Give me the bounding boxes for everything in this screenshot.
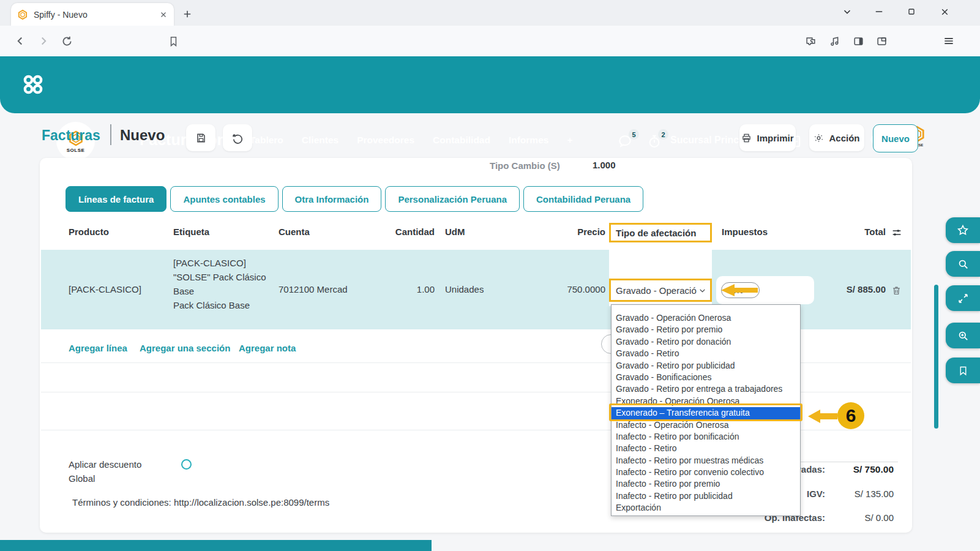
annotation-arrow-tag [721,283,765,298]
timer-button[interactable]: 2 [646,133,662,149]
print-button[interactable]: Imprimir [739,124,796,151]
undo-icon [231,132,244,144]
dropdown-option[interactable]: Inafecto - Retiro por premio [612,478,800,490]
cell-precio[interactable]: 750.0000 [556,284,605,294]
favorite-fab-button[interactable] [946,217,980,243]
dropdown-option[interactable]: Inafecto - Retiro por convenio colectivo [612,467,800,478]
col-header-precio[interactable]: Precio [563,227,605,237]
dropdown-option[interactable]: Gravado - Retiro por entrega a trabajado… [612,383,800,395]
tab-close-icon[interactable] [159,10,168,19]
chat-badge: 5 [629,129,639,140]
exchange-rate-value[interactable]: 1.000 [593,160,616,170]
afectacion-dropdown: Gravado - Operación OnerosaGravado - Ret… [611,304,801,516]
action-button[interactable]: Acción [809,124,864,151]
dropdown-option[interactable]: Exportación [612,502,800,514]
add-line-link[interactable]: Agregar línea [69,343,127,353]
star-icon [957,224,969,236]
sidebar-panel-icon[interactable] [848,31,868,51]
nav-item-2[interactable]: Proveedores [357,135,414,146]
expand-arrows-icon [957,293,969,304]
expand-fab-button[interactable] [946,285,980,311]
form-tab-1[interactable]: Apuntes contables [170,186,278,212]
bookmark-flag-icon[interactable] [163,31,184,51]
dropdown-option[interactable]: Gravado - Retiro por publicidad [612,360,800,372]
delete-line-trash-icon[interactable] [889,283,903,298]
total-value: S/ 750.00 [834,464,894,475]
cell-udm[interactable]: Unidades [445,284,484,294]
add-note-link[interactable]: Agregar nota [239,343,296,353]
dropdown-option[interactable]: Exonerado - Operación Onerosa [612,395,800,407]
caret-down-icon [698,287,706,294]
site-favicon-hexagon-icon [17,9,28,20]
bookmark-fab-button[interactable] [946,358,980,383]
browser-toolbar: localizacion.solse.pe/web#menu_id=435&ac… [0,26,980,56]
form-tab-3[interactable]: Personalización Peruana [385,186,520,212]
window-close-icon[interactable] [931,2,958,21]
form-tab-0[interactable]: Líneas de factura [65,186,166,212]
media-music-icon[interactable] [825,31,844,51]
new-tab-button[interactable] [179,6,196,23]
col-header-producto[interactable]: Producto [69,227,109,237]
browser-menu-icon[interactable] [939,31,959,51]
search-fab-button[interactable] [946,251,980,277]
breadcrumb[interactable]: Facturas [42,127,100,144]
wallet-icon[interactable] [872,31,891,51]
apps-grid-icon[interactable] [20,70,47,99]
add-section-link[interactable]: Agregar una sección [140,343,230,353]
col-header-total[interactable]: Total [843,227,886,237]
new-record-button[interactable]: Nuevo [873,124,918,152]
cell-cuenta[interactable]: 7012100 Mercad [279,284,348,294]
dropdown-option[interactable]: Gravado - Retiro por premio [612,324,800,335]
discard-undo-button[interactable] [223,124,252,151]
discount-label-line1: Aplicar descuento [69,459,141,470]
save-button[interactable] [186,124,215,151]
dropdown-option[interactable]: Inafecto - Operación Onerosa [612,419,800,431]
record-name: Nuevo [120,127,165,144]
dropdown-option[interactable]: Gravado - Bonificaciones [612,372,800,383]
dropdown-option[interactable]: Gravado - Operación Onerosa [612,312,800,324]
dropdown-option[interactable]: Inafecto - Retiro [612,443,800,454]
discount-toggle-radio[interactable] [181,459,192,470]
form-tab-4[interactable]: Contabilidad Peruana [523,186,643,212]
cell-cantidad[interactable]: 1.00 [392,284,435,294]
window-minimize-icon[interactable] [866,2,892,21]
save-floppy-icon [195,132,207,144]
cell-producto[interactable]: [PACK-CLASICO] [69,284,141,294]
browser-tab-strip: Spiffy - Nuevo [0,0,980,26]
reload-icon[interactable] [56,31,77,51]
action-label: Acción [829,133,859,143]
col-header-udm[interactable]: UdM [445,227,465,237]
dropdown-option[interactable]: Inafecto - Retiro por bonificación [612,431,800,443]
column-settings-icon[interactable] [889,225,904,240]
window-chevron-icon[interactable] [834,2,861,21]
window-maximize-icon[interactable] [898,2,925,21]
back-icon[interactable] [10,31,31,51]
forward-icon[interactable] [33,31,54,51]
col-header-impuestos[interactable]: Impuestos [722,227,768,237]
cell-etiqueta[interactable]: [PACK-CLASICO] "SOLSE" Pack Clásico Base… [173,256,266,312]
browser-tab[interactable]: Spiffy - Nuevo [11,3,174,26]
col-header-cantidad[interactable]: Cantidad [392,227,435,237]
form-tab-2[interactable]: Otra Información [282,186,382,212]
chat-button[interactable]: 5 [617,133,633,149]
nav-item-5[interactable]: + [567,135,572,146]
nav-item-4[interactable]: Informes [509,135,548,146]
dropdown-option[interactable]: Exonerado – Transferencia gratuita [612,407,800,419]
col-header-cuenta[interactable]: Cuenta [279,227,310,237]
col-header-etiqueta[interactable]: Etiqueta [173,227,209,237]
dropdown-option[interactable]: Inafecto - Retiro por publicidad [612,490,800,502]
terms-text: Términos y condiciones: http://localizac… [72,497,329,508]
nav-item-3[interactable]: Contabilidad [433,135,490,146]
nav-item-0[interactable]: Tablero [250,135,283,146]
dropdown-option[interactable]: Gravado - Retiro [612,348,800,359]
dropdown-option[interactable]: Gravado - Retiro por donación [612,336,800,348]
screen: Spiffy - Nuevo [0,0,980,551]
afectacion-select[interactable]: Gravado - Operación [609,279,712,302]
col-header-tipo-afectacion-highlighted[interactable]: Tipo de afectación [609,223,712,242]
extensions-puzzle-icon[interactable] [801,31,820,51]
zoom-in-fab-button[interactable] [946,323,980,348]
cell-total[interactable]: S/ 885.00 [837,284,886,294]
dropdown-option[interactable]: Inafecto - Retiro por muestras médicas [612,455,800,467]
nav-item-1[interactable]: Clientes [302,135,339,146]
scrollbar-indicator[interactable] [934,285,938,429]
